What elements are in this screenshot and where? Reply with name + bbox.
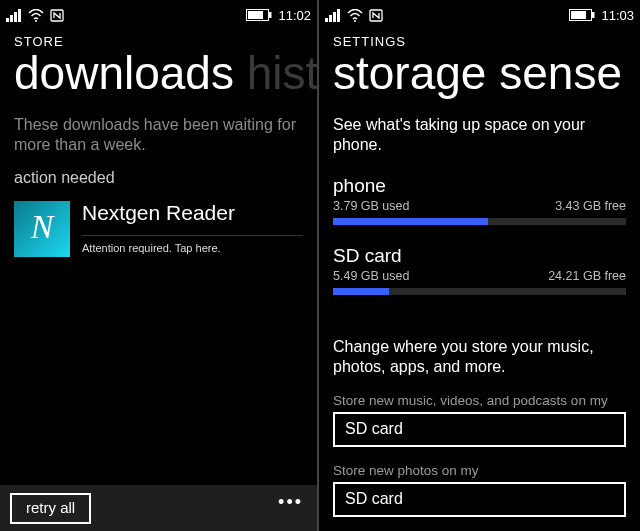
context-title: SETTINGS (319, 26, 640, 49)
wifi-icon (28, 9, 44, 22)
wifi-icon (347, 9, 363, 22)
nfc-icon (369, 9, 383, 22)
storage-used: 5.49 GB used (333, 269, 409, 283)
app-icon: N (14, 201, 70, 257)
page-description: See what's taking up space on your phone… (333, 115, 626, 155)
svg-rect-4 (269, 12, 272, 18)
waiting-message: These downloads have been waiting for mo… (14, 115, 303, 155)
app-status: Attention required. Tap here. (82, 242, 303, 254)
status-bar: 11:03 (319, 0, 640, 26)
storage-free: 3.43 GB free (555, 199, 626, 213)
tab-downloads[interactable]: downloads (14, 49, 234, 99)
status-bar: 11:02 (0, 0, 317, 26)
storage-title: SD card (333, 245, 626, 267)
storage-sense-screen: 11:03 SETTINGS storage sense See what's … (319, 0, 640, 531)
change-location-desc: Change where you store your music, photo… (333, 337, 626, 377)
retry-all-button[interactable]: retry all (10, 493, 91, 524)
context-title: STORE (0, 26, 317, 49)
pivot-header: downloads history (0, 49, 317, 99)
nfc-icon (50, 9, 64, 22)
field-label-photos: Store new photos on my (333, 463, 626, 478)
action-needed-label: action needed (14, 169, 303, 187)
store-screen: 11:02 STORE downloads history These down… (0, 0, 319, 531)
storage-bar-fill (333, 218, 488, 225)
svg-rect-3 (248, 11, 263, 19)
svg-rect-9 (592, 12, 595, 18)
storage-bar-fill (333, 288, 389, 295)
svg-rect-8 (571, 11, 586, 19)
storage-sdcard[interactable]: SD card 5.49 GB used 24.21 GB free (333, 245, 626, 295)
svg-point-0 (35, 20, 37, 22)
storage-used: 3.79 GB used (333, 199, 409, 213)
svg-point-5 (354, 20, 356, 22)
download-item[interactable]: N Nextgen Reader Attention required. Tap… (14, 201, 303, 257)
clock: 11:02 (278, 8, 311, 23)
tab-history[interactable]: history (247, 49, 317, 99)
page-title: storage sense (319, 49, 640, 99)
signal-icon (325, 9, 341, 22)
storage-bar (333, 288, 626, 295)
select-photos-location[interactable]: SD card (333, 482, 626, 517)
app-bar: retry all ••• (0, 485, 317, 531)
storage-bar (333, 218, 626, 225)
app-name: Nextgen Reader (82, 201, 303, 225)
more-icon[interactable]: ••• (278, 492, 307, 513)
clock: 11:03 (601, 8, 634, 23)
storage-title: phone (333, 175, 626, 197)
storage-free: 24.21 GB free (548, 269, 626, 283)
divider (82, 235, 303, 236)
field-label-music: Store new music, videos, and podcasts on… (333, 393, 626, 408)
select-music-location[interactable]: SD card (333, 412, 626, 447)
storage-phone[interactable]: phone 3.79 GB used 3.43 GB free (333, 175, 626, 225)
battery-icon (569, 9, 595, 21)
battery-icon (246, 9, 272, 21)
signal-icon (6, 9, 22, 22)
